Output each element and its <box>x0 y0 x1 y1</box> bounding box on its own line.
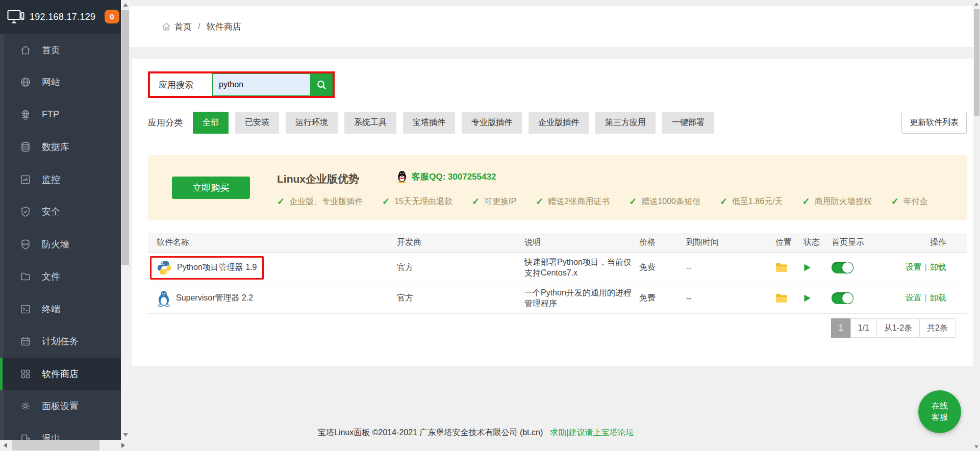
banner-feature: ✓赠送1000条短信 <box>629 196 700 207</box>
homepage-display-cell <box>832 262 893 273</box>
homepage-toggle-on[interactable] <box>832 292 853 304</box>
firewall-icon: WAF <box>19 238 32 250</box>
scroll-down-arrow-icon[interactable] <box>974 445 978 448</box>
page-range[interactable]: 从1-2条 <box>876 318 920 338</box>
page-vertical-scrollbar[interactable] <box>973 0 980 451</box>
sidebar-item-logout[interactable]: 退出 <box>0 422 121 440</box>
developer-cell: 官方 <box>397 262 524 273</box>
category-tab-1[interactable]: 全部 <box>193 112 229 134</box>
description-cell: 一个Python开发的通用的进程管理程序 <box>524 288 639 309</box>
category-label: 应用分类 <box>148 117 183 129</box>
column-header: 操作 <box>893 237 967 248</box>
settings-link[interactable]: 设置 <box>906 263 922 271</box>
banner-feature: ✓15天无理由退款 <box>382 196 453 207</box>
scroll-left-arrow-icon[interactable] <box>4 443 7 448</box>
search-button[interactable] <box>311 73 333 96</box>
category-tab-3[interactable]: 运行环境 <box>286 112 338 134</box>
page-ratio[interactable]: 1/1 <box>850 318 877 338</box>
sidebar-item-label: 软件商店 <box>42 368 79 380</box>
main-content: 首页 / 软件商店 应用搜索 应用分类 全部已安装运行环境系统工具宝塔插件专业版… <box>130 0 980 451</box>
folder-icon[interactable] <box>775 263 788 272</box>
vertical-scrollbar-thumb[interactable] <box>121 10 129 265</box>
footer-forum-link[interactable]: 求助|建议请上宝塔论坛 <box>550 428 634 438</box>
uninstall-link[interactable]: 卸载 <box>930 293 946 302</box>
highlight-box: Python项目管理器 1.9 <box>150 256 264 280</box>
uninstall-link[interactable]: 卸载 <box>930 263 946 271</box>
page-number-current[interactable]: 1 <box>831 318 851 338</box>
scroll-right-arrow-icon[interactable] <box>121 443 125 448</box>
message-count-badge[interactable]: 0 <box>105 10 119 23</box>
action-cell: 设置|卸载 <box>893 293 967 304</box>
software-name-cell: Supervisor管理器 2.2 <box>148 286 397 311</box>
category-tab-6[interactable]: 专业版插件 <box>462 112 522 134</box>
homepage-toggle-on[interactable] <box>832 262 853 273</box>
monitor-icon <box>19 173 32 186</box>
scroll-down-arrow-icon[interactable] <box>123 433 128 437</box>
sidebar-item-terminal[interactable]: 终端 <box>0 293 121 325</box>
sidebar-item-security[interactable]: 安全 <box>0 196 121 229</box>
category-tab-2[interactable]: 已安装 <box>235 112 279 134</box>
banner-feature: ✓赠送2张商用证书 <box>536 196 610 207</box>
banner-feature-label: 年付企 <box>903 196 928 207</box>
sidebar-item-crontab[interactable]: 计划任务 <box>0 325 121 358</box>
buy-now-button[interactable]: 立即购买 <box>172 177 250 199</box>
sidebar-item-site[interactable]: 网站 <box>0 66 121 99</box>
expire-cell: -- <box>686 263 775 272</box>
files-icon <box>19 270 32 283</box>
banner-feature-label: 商用防火墙授权 <box>815 196 872 207</box>
sidebar-item-files[interactable]: 文件 <box>0 261 121 293</box>
name-wrap: Supervisor管理器 2.2 <box>150 286 260 311</box>
bottom-horizontal-scrollbar[interactable] <box>0 440 130 451</box>
banner-feature-label: 赠送2张商用证书 <box>548 196 610 207</box>
horizontal-scrollbar-thumb[interactable] <box>12 440 99 450</box>
svg-text:WAF: WAF <box>22 242 29 245</box>
sidebar-item-database[interactable]: 数据库 <box>0 131 121 164</box>
page-scrollbar-thumb[interactable] <box>974 9 979 116</box>
category-tab-9[interactable]: 一键部署 <box>662 112 714 134</box>
software-name[interactable]: Supervisor管理器 2.2 <box>176 293 253 304</box>
server-monitor-icon <box>7 10 24 24</box>
sidebar-item-config[interactable]: 面板设置 <box>0 390 121 423</box>
folder-icon[interactable] <box>775 293 788 303</box>
home-icon <box>19 44 32 56</box>
app-search-box: 应用搜索 <box>148 71 335 98</box>
sidebar-vertical-scrollbar[interactable] <box>121 0 130 440</box>
action-separator: | <box>925 263 927 271</box>
sidebar-item-soft[interactable]: 软件商店 <box>0 358 121 390</box>
sidebar-item-home[interactable]: 首页 <box>0 34 121 66</box>
scroll-up-arrow-icon[interactable] <box>123 3 128 7</box>
category-tab-8[interactable]: 第三方应用 <box>595 112 656 134</box>
settings-link[interactable]: 设置 <box>906 293 922 302</box>
sidebar-item-ftp[interactable]: FTP <box>0 98 121 131</box>
footer-copyright: 宝塔Linux面板 ©2014-2021 广东堡塔安全技术有限公司 (bt.cn… <box>318 428 543 438</box>
running-play-icon[interactable] <box>803 263 811 272</box>
online-support-button[interactable]: 在线 客服 <box>918 390 961 433</box>
category-tab-5[interactable]: 宝塔插件 <box>403 112 455 134</box>
breadcrumb-home[interactable]: 首页 <box>161 21 192 33</box>
price-cell: 免费 <box>639 293 686 304</box>
update-software-list-button[interactable]: 更新软件列表 <box>901 112 967 134</box>
category-tab-7[interactable]: 企业版插件 <box>529 112 589 134</box>
table-row: Supervisor管理器 2.2官方一个Python开发的通用的进程管理程序免… <box>148 283 967 314</box>
home-icon <box>161 21 171 32</box>
breadcrumb-home-label[interactable]: 首页 <box>174 21 192 33</box>
page-total[interactable]: 共2条 <box>919 318 956 338</box>
banner-feature-label: 低至1.86元/天 <box>732 196 783 207</box>
breadcrumb-current: 软件商店 <box>207 21 241 33</box>
sidebar-item-label: 监控 <box>42 173 60 186</box>
server-ip[interactable]: 192.168.17.129 <box>30 12 95 22</box>
check-icon: ✓ <box>802 196 810 207</box>
sidebar-item-firewall[interactable]: WAF防火墙 <box>0 228 121 261</box>
search-input[interactable] <box>212 73 311 96</box>
banner-feature-label: 企业版、专业版插件 <box>289 196 363 207</box>
support-label-line1: 在线 <box>932 400 948 412</box>
scroll-up-arrow-icon[interactable] <box>974 3 978 6</box>
sidebar-item-monitor[interactable]: 监控 <box>0 163 121 196</box>
software-name[interactable]: Python项目管理器 1.9 <box>177 262 257 273</box>
sidebar-item-label: 终端 <box>42 303 60 315</box>
running-play-icon[interactable] <box>803 294 811 303</box>
banner-title: Linux企业版优势 <box>277 172 359 186</box>
location-cell <box>775 263 803 272</box>
banner-feature: ✓商用防火墙授权 <box>802 196 872 207</box>
category-tab-4[interactable]: 系统工具 <box>344 112 396 134</box>
